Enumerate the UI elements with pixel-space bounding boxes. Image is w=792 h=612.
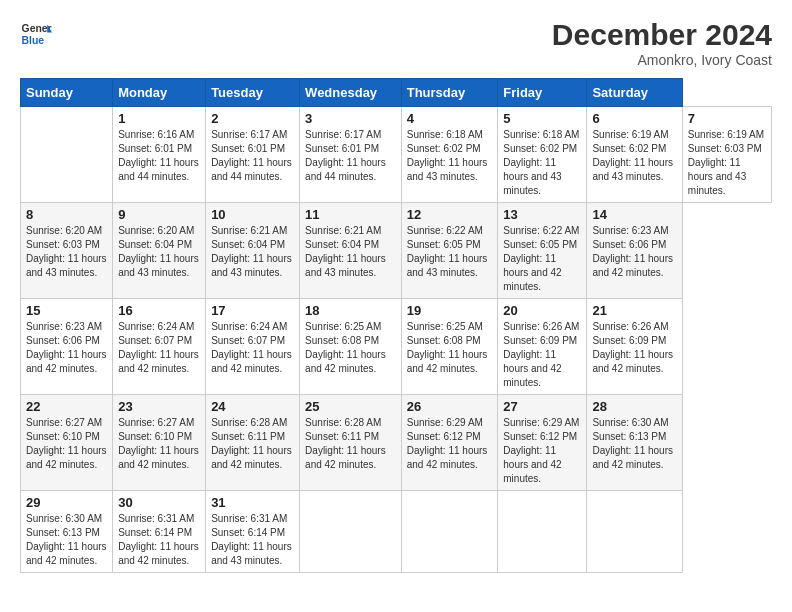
calendar-cell: 14Sunrise: 6:23 AMSunset: 6:06 PMDayligh…	[587, 203, 682, 299]
day-info: Sunrise: 6:29 AMSunset: 6:12 PMDaylight:…	[407, 417, 488, 470]
day-number: 4	[407, 111, 493, 126]
calendar-body: 1Sunrise: 6:16 AMSunset: 6:01 PMDaylight…	[21, 107, 772, 573]
calendar-week-1: 1Sunrise: 6:16 AMSunset: 6:01 PMDaylight…	[21, 107, 772, 203]
calendar-cell: 8Sunrise: 6:20 AMSunset: 6:03 PMDaylight…	[21, 203, 113, 299]
day-info: Sunrise: 6:20 AMSunset: 6:03 PMDaylight:…	[26, 225, 107, 278]
calendar-cell: 13Sunrise: 6:22 AMSunset: 6:05 PMDayligh…	[498, 203, 587, 299]
calendar-week-3: 15Sunrise: 6:23 AMSunset: 6:06 PMDayligh…	[21, 299, 772, 395]
calendar-cell: 29Sunrise: 6:30 AMSunset: 6:13 PMDayligh…	[21, 491, 113, 573]
col-sunday: Sunday	[21, 79, 113, 107]
day-info: Sunrise: 6:21 AMSunset: 6:04 PMDaylight:…	[211, 225, 292, 278]
calendar-week-2: 8Sunrise: 6:20 AMSunset: 6:03 PMDaylight…	[21, 203, 772, 299]
logo-icon: General Blue	[20, 18, 52, 50]
day-info: Sunrise: 6:26 AMSunset: 6:09 PMDaylight:…	[503, 321, 579, 388]
col-tuesday: Tuesday	[206, 79, 300, 107]
calendar-header: Sunday Monday Tuesday Wednesday Thursday…	[21, 79, 772, 107]
day-number: 19	[407, 303, 493, 318]
calendar-cell: 28Sunrise: 6:30 AMSunset: 6:13 PMDayligh…	[587, 395, 682, 491]
day-info: Sunrise: 6:18 AMSunset: 6:02 PMDaylight:…	[503, 129, 579, 196]
day-info: Sunrise: 6:20 AMSunset: 6:04 PMDaylight:…	[118, 225, 199, 278]
day-info: Sunrise: 6:25 AMSunset: 6:08 PMDaylight:…	[305, 321, 386, 374]
header: General Blue December 2024 Amonkro, Ivor…	[20, 18, 772, 68]
calendar-cell: 16Sunrise: 6:24 AMSunset: 6:07 PMDayligh…	[113, 299, 206, 395]
day-number: 27	[503, 399, 581, 414]
calendar-cell: 12Sunrise: 6:22 AMSunset: 6:05 PMDayligh…	[401, 203, 498, 299]
calendar-table: Sunday Monday Tuesday Wednesday Thursday…	[20, 78, 772, 573]
day-info: Sunrise: 6:23 AMSunset: 6:06 PMDaylight:…	[592, 225, 673, 278]
calendar-cell	[587, 491, 682, 573]
day-info: Sunrise: 6:27 AMSunset: 6:10 PMDaylight:…	[26, 417, 107, 470]
day-number: 25	[305, 399, 396, 414]
calendar-week-5: 29Sunrise: 6:30 AMSunset: 6:13 PMDayligh…	[21, 491, 772, 573]
day-number: 9	[118, 207, 200, 222]
svg-text:Blue: Blue	[22, 35, 45, 46]
calendar-cell: 18Sunrise: 6:25 AMSunset: 6:08 PMDayligh…	[300, 299, 402, 395]
day-number: 2	[211, 111, 294, 126]
col-wednesday: Wednesday	[300, 79, 402, 107]
day-info: Sunrise: 6:29 AMSunset: 6:12 PMDaylight:…	[503, 417, 579, 484]
day-info: Sunrise: 6:22 AMSunset: 6:05 PMDaylight:…	[503, 225, 579, 292]
day-info: Sunrise: 6:19 AMSunset: 6:02 PMDaylight:…	[592, 129, 673, 182]
calendar-cell: 5Sunrise: 6:18 AMSunset: 6:02 PMDaylight…	[498, 107, 587, 203]
day-info: Sunrise: 6:17 AMSunset: 6:01 PMDaylight:…	[305, 129, 386, 182]
calendar-cell: 31Sunrise: 6:31 AMSunset: 6:14 PMDayligh…	[206, 491, 300, 573]
day-number: 17	[211, 303, 294, 318]
day-info: Sunrise: 6:30 AMSunset: 6:13 PMDaylight:…	[592, 417, 673, 470]
day-info: Sunrise: 6:22 AMSunset: 6:05 PMDaylight:…	[407, 225, 488, 278]
day-info: Sunrise: 6:23 AMSunset: 6:06 PMDaylight:…	[26, 321, 107, 374]
calendar-cell: 26Sunrise: 6:29 AMSunset: 6:12 PMDayligh…	[401, 395, 498, 491]
calendar-cell: 3Sunrise: 6:17 AMSunset: 6:01 PMDaylight…	[300, 107, 402, 203]
day-number: 3	[305, 111, 396, 126]
day-number: 22	[26, 399, 107, 414]
calendar-cell: 22Sunrise: 6:27 AMSunset: 6:10 PMDayligh…	[21, 395, 113, 491]
calendar-cell: 7Sunrise: 6:19 AMSunset: 6:03 PMDaylight…	[682, 107, 771, 203]
calendar-cell: 1Sunrise: 6:16 AMSunset: 6:01 PMDaylight…	[113, 107, 206, 203]
calendar-cell: 9Sunrise: 6:20 AMSunset: 6:04 PMDaylight…	[113, 203, 206, 299]
day-info: Sunrise: 6:28 AMSunset: 6:11 PMDaylight:…	[305, 417, 386, 470]
day-number: 18	[305, 303, 396, 318]
day-number: 13	[503, 207, 581, 222]
calendar-cell: 23Sunrise: 6:27 AMSunset: 6:10 PMDayligh…	[113, 395, 206, 491]
col-saturday: Saturday	[587, 79, 682, 107]
day-number: 20	[503, 303, 581, 318]
day-number: 23	[118, 399, 200, 414]
day-number: 7	[688, 111, 766, 126]
day-number: 11	[305, 207, 396, 222]
day-info: Sunrise: 6:26 AMSunset: 6:09 PMDaylight:…	[592, 321, 673, 374]
day-number: 24	[211, 399, 294, 414]
calendar-cell	[300, 491, 402, 573]
day-info: Sunrise: 6:19 AMSunset: 6:03 PMDaylight:…	[688, 129, 764, 196]
day-number: 5	[503, 111, 581, 126]
calendar-week-4: 22Sunrise: 6:27 AMSunset: 6:10 PMDayligh…	[21, 395, 772, 491]
day-number: 14	[592, 207, 676, 222]
day-info: Sunrise: 6:31 AMSunset: 6:14 PMDaylight:…	[211, 513, 292, 566]
day-info: Sunrise: 6:24 AMSunset: 6:07 PMDaylight:…	[118, 321, 199, 374]
day-number: 29	[26, 495, 107, 510]
calendar-cell: 2Sunrise: 6:17 AMSunset: 6:01 PMDaylight…	[206, 107, 300, 203]
title-block: December 2024 Amonkro, Ivory Coast	[552, 18, 772, 68]
day-info: Sunrise: 6:16 AMSunset: 6:01 PMDaylight:…	[118, 129, 199, 182]
col-friday: Friday	[498, 79, 587, 107]
col-thursday: Thursday	[401, 79, 498, 107]
calendar-cell: 20Sunrise: 6:26 AMSunset: 6:09 PMDayligh…	[498, 299, 587, 395]
page: General Blue December 2024 Amonkro, Ivor…	[0, 0, 792, 612]
day-info: Sunrise: 6:30 AMSunset: 6:13 PMDaylight:…	[26, 513, 107, 566]
calendar-cell: 27Sunrise: 6:29 AMSunset: 6:12 PMDayligh…	[498, 395, 587, 491]
calendar-cell: 21Sunrise: 6:26 AMSunset: 6:09 PMDayligh…	[587, 299, 682, 395]
day-number: 30	[118, 495, 200, 510]
calendar-cell: 4Sunrise: 6:18 AMSunset: 6:02 PMDaylight…	[401, 107, 498, 203]
day-number: 31	[211, 495, 294, 510]
header-row: Sunday Monday Tuesday Wednesday Thursday…	[21, 79, 772, 107]
calendar-cell: 10Sunrise: 6:21 AMSunset: 6:04 PMDayligh…	[206, 203, 300, 299]
calendar-cell	[498, 491, 587, 573]
calendar-cell	[21, 107, 113, 203]
day-number: 21	[592, 303, 676, 318]
col-monday: Monday	[113, 79, 206, 107]
calendar-cell: 30Sunrise: 6:31 AMSunset: 6:14 PMDayligh…	[113, 491, 206, 573]
calendar-cell	[401, 491, 498, 573]
day-number: 1	[118, 111, 200, 126]
day-info: Sunrise: 6:24 AMSunset: 6:07 PMDaylight:…	[211, 321, 292, 374]
day-info: Sunrise: 6:28 AMSunset: 6:11 PMDaylight:…	[211, 417, 292, 470]
subtitle: Amonkro, Ivory Coast	[552, 52, 772, 68]
calendar-cell: 6Sunrise: 6:19 AMSunset: 6:02 PMDaylight…	[587, 107, 682, 203]
